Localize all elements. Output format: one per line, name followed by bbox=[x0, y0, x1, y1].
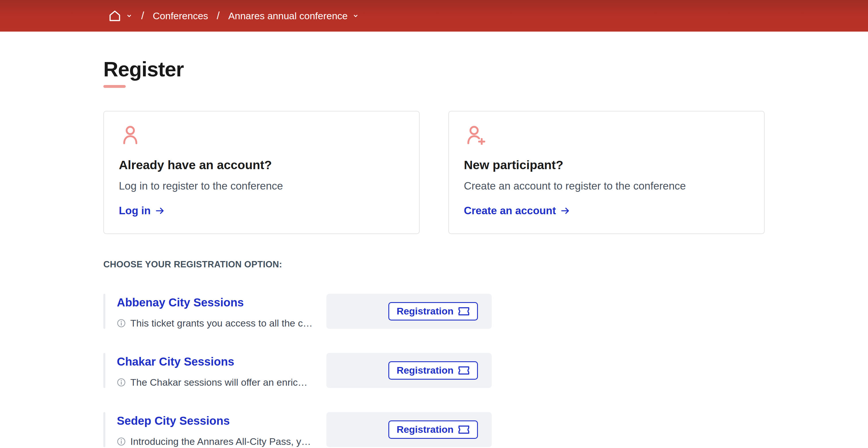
main-content: Register Already have an account? Log in… bbox=[0, 59, 868, 447]
breadcrumb: / Conferences / Annares annual conferenc… bbox=[108, 9, 359, 22]
page-title: Register bbox=[103, 59, 765, 81]
option-title-link[interactable]: Chakar City Sessions bbox=[117, 355, 234, 368]
option-title-link[interactable]: Sedep City Sessions bbox=[117, 414, 229, 427]
create-account-link-label: Create an account bbox=[464, 205, 556, 217]
registration-button-label: Registration bbox=[397, 305, 454, 317]
registration-options-heading: CHOOSE YOUR REGISTRATION OPTION: bbox=[103, 259, 765, 270]
info-icon bbox=[117, 378, 126, 387]
registration-option-sedep: Sedep City Sessions Introducing the Anna… bbox=[103, 412, 765, 447]
breadcrumb-separator: / bbox=[217, 10, 220, 22]
ticket-icon bbox=[458, 425, 470, 435]
existing-account-card: Already have an account? Log in to regis… bbox=[103, 111, 420, 234]
registration-button-label: Registration bbox=[397, 365, 454, 376]
option-title-link[interactable]: Abbenay City Sessions bbox=[117, 296, 244, 309]
card-description: Create an account to register to the con… bbox=[464, 180, 748, 192]
registration-button[interactable]: Registration bbox=[389, 361, 478, 380]
title-accent-underline bbox=[103, 85, 126, 88]
breadcrumb-item-conferences[interactable]: Conferences bbox=[153, 10, 208, 22]
registration-button[interactable]: Registration bbox=[389, 420, 478, 439]
option-info: Chakar City Sessions The Chakar sessions… bbox=[105, 353, 327, 388]
registration-option-chakar: Chakar City Sessions The Chakar sessions… bbox=[103, 353, 765, 388]
info-icon bbox=[117, 437, 126, 446]
breadcrumb-item-event[interactable]: Annares annual conference bbox=[228, 10, 348, 22]
option-info: Abbenay City Sessions This ticket grants… bbox=[105, 294, 327, 329]
option-description-text: This ticket grants you access to all the… bbox=[130, 318, 313, 329]
option-action-panel: Registration bbox=[327, 294, 492, 329]
option-description: This ticket grants you access to all the… bbox=[117, 318, 327, 329]
log-in-link-label: Log in bbox=[119, 205, 151, 217]
registration-button-label: Registration bbox=[397, 424, 454, 435]
option-action-panel: Registration bbox=[327, 353, 492, 388]
event-menu-chevron-down-icon[interactable] bbox=[352, 12, 359, 19]
ticket-icon bbox=[458, 306, 470, 316]
registration-button[interactable]: Registration bbox=[389, 302, 478, 321]
registration-option-abbenay: Abbenay City Sessions This ticket grants… bbox=[103, 294, 765, 329]
option-description-text: The Chakar sessions will offer an enric… bbox=[130, 377, 307, 388]
card-title: Already have an account? bbox=[119, 158, 403, 172]
user-plus-icon bbox=[466, 125, 748, 146]
account-cards: Already have an account? Log in to regis… bbox=[103, 111, 765, 234]
option-info: Sedep City Sessions Introducing the Anna… bbox=[105, 412, 327, 447]
user-icon bbox=[121, 125, 403, 146]
home-menu-chevron-down-icon[interactable] bbox=[126, 12, 133, 19]
option-description: Introducing the Annares All-City Pass, y… bbox=[117, 436, 327, 447]
info-icon bbox=[117, 319, 126, 328]
top-navigation-bar: / Conferences / Annares annual conferenc… bbox=[0, 0, 868, 32]
arrow-right-icon bbox=[560, 206, 570, 216]
breadcrumb-separator: / bbox=[141, 10, 144, 22]
new-participant-card: New participant? Create an account to re… bbox=[448, 111, 765, 234]
create-account-link[interactable]: Create an account bbox=[464, 205, 570, 217]
home-link[interactable] bbox=[108, 9, 121, 22]
home-icon bbox=[108, 9, 121, 22]
option-accent-bar bbox=[103, 294, 105, 329]
option-action-panel: Registration bbox=[327, 412, 492, 447]
option-accent-bar bbox=[103, 412, 105, 447]
option-description-text: Introducing the Annares All-City Pass, y… bbox=[130, 436, 311, 447]
card-description: Log in to register to the conference bbox=[119, 180, 403, 192]
option-accent-bar bbox=[103, 353, 105, 388]
arrow-right-icon bbox=[155, 206, 165, 216]
ticket-icon bbox=[458, 365, 470, 375]
card-title: New participant? bbox=[464, 158, 748, 172]
option-description: The Chakar sessions will offer an enric… bbox=[117, 377, 327, 388]
log-in-link[interactable]: Log in bbox=[119, 205, 165, 217]
